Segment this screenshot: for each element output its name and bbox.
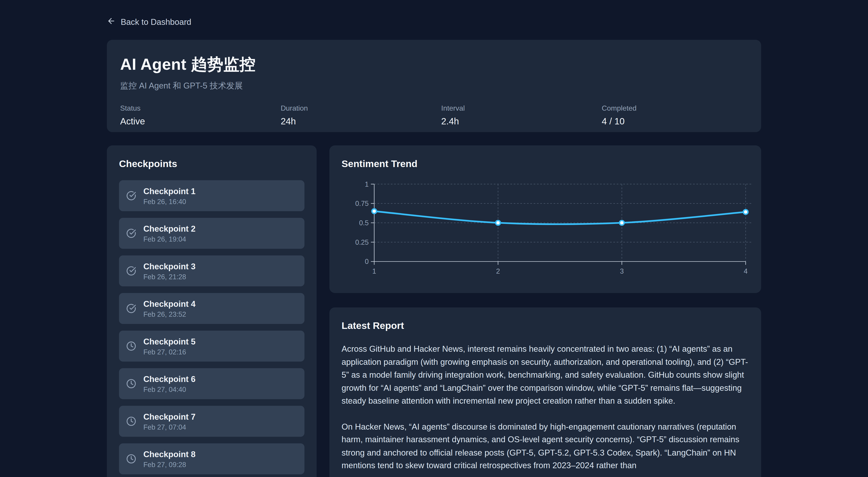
page-subtitle: 监控 AI Agent 和 GPT-5 技术发展 (120, 81, 748, 92)
stat-value: Active (120, 116, 281, 127)
page-title: AI Agent 趋势监控 (120, 54, 748, 76)
svg-text:0.5: 0.5 (359, 219, 369, 227)
checkpoint-time: Feb 26, 23:52 (143, 310, 195, 318)
clock-icon (126, 416, 136, 426)
stat-duration: Duration 24h (281, 104, 441, 127)
page: Back to Dashboard AI Agent 趋势监控 监控 AI Ag… (0, 0, 868, 477)
checkpoint-time: Feb 26, 21:28 (143, 273, 195, 281)
svg-text:0: 0 (365, 258, 369, 265)
report-paragraph: Across GitHub and Hacker News, interest … (342, 342, 749, 407)
clock-icon (126, 454, 136, 464)
checkpoint-time: Feb 27, 02:16 (143, 348, 195, 356)
checkpoint-item[interactable]: Checkpoint 7 Feb 27, 07:04 (119, 406, 305, 437)
checkpoint-name: Checkpoint 3 (143, 261, 195, 271)
checkpoint-time: Feb 27, 09:28 (143, 461, 195, 469)
checkpoint-text: Checkpoint 3 Feb 26, 21:28 (143, 261, 195, 281)
stat-label: Status (120, 104, 281, 112)
check-circle-icon (126, 191, 136, 201)
stat-label: Interval (441, 104, 602, 112)
svg-text:4: 4 (744, 267, 747, 275)
checkpoint-time: Feb 26, 19:04 (143, 235, 195, 243)
checkpoint-text: Checkpoint 6 Feb 27, 04:40 (143, 374, 195, 394)
svg-text:0.75: 0.75 (355, 200, 369, 207)
clock-icon (126, 341, 136, 351)
checkpoint-name: Checkpoint 5 (143, 336, 195, 346)
checkpoint-item[interactable]: Checkpoint 3 Feb 26, 21:28 (119, 255, 305, 286)
checkpoint-text: Checkpoint 5 Feb 27, 02:16 (143, 336, 195, 356)
stat-value: 4 / 10 (602, 116, 762, 127)
sentiment-panel: Sentiment Trend 00.250.50.7511234 (329, 145, 761, 293)
stat-completed: Completed 4 / 10 (602, 104, 762, 127)
clock-icon (126, 379, 136, 389)
checkpoint-item[interactable]: Checkpoint 6 Feb 27, 04:40 (119, 368, 305, 399)
stat-label: Completed (602, 104, 762, 112)
stat-value: 24h (281, 116, 441, 127)
checkpoint-name: Checkpoint 8 (143, 449, 195, 459)
stats-row: Status Active Duration 24h Interval 2.4h… (120, 104, 748, 127)
report-title: Latest Report (342, 320, 749, 332)
stat-interval: Interval 2.4h (441, 104, 602, 127)
checkpoint-item[interactable]: Checkpoint 2 Feb 26, 19:04 (119, 218, 305, 249)
header-card: AI Agent 趋势监控 监控 AI Agent 和 GPT-5 技术发展 S… (107, 40, 761, 132)
check-circle-icon (126, 266, 136, 276)
stat-status: Status Active (120, 104, 281, 127)
svg-text:3: 3 (620, 267, 624, 275)
checkpoint-item[interactable]: Checkpoint 8 Feb 27, 09:28 (119, 443, 305, 474)
back-to-dashboard-link[interactable]: Back to Dashboard (107, 16, 191, 27)
checkpoint-list: Checkpoint 1 Feb 26, 16:40 Checkpoint 2 … (119, 180, 305, 474)
check-circle-icon (126, 228, 136, 238)
checkpoint-name: Checkpoint 6 (143, 374, 195, 384)
checkpoint-name: Checkpoint 4 (143, 299, 195, 309)
checkpoint-name: Checkpoint 7 (143, 412, 195, 421)
check-circle-icon (126, 303, 136, 313)
back-link-label: Back to Dashboard (121, 17, 191, 27)
checkpoint-item[interactable]: Checkpoint 4 Feb 26, 23:52 (119, 293, 305, 324)
svg-text:0.25: 0.25 (355, 238, 369, 246)
sentiment-chart: 00.250.50.7511234 (329, 176, 761, 287)
checkpoint-time: Feb 26, 16:40 (143, 198, 195, 205)
report-body: Across GitHub and Hacker News, interest … (342, 342, 749, 472)
report-panel: Latest Report Across GitHub and Hacker N… (329, 307, 761, 477)
arrow-left-icon (107, 16, 116, 27)
checkpoint-item[interactable]: Checkpoint 5 Feb 27, 02:16 (119, 331, 305, 362)
svg-text:1: 1 (372, 267, 376, 275)
checkpoint-name: Checkpoint 1 (143, 186, 195, 196)
checkpoint-text: Checkpoint 1 Feb 26, 16:40 (143, 186, 195, 205)
stat-label: Duration (281, 104, 441, 112)
checkpoint-text: Checkpoint 7 Feb 27, 07:04 (143, 412, 195, 431)
sentiment-title: Sentiment Trend (342, 158, 749, 170)
checkpoint-time: Feb 27, 07:04 (143, 423, 195, 431)
stat-value: 2.4h (441, 116, 602, 127)
svg-text:1: 1 (365, 180, 369, 188)
checkpoints-panel: Checkpoints Checkpoint 1 Feb 26, 16:40 C… (107, 145, 317, 477)
checkpoints-title: Checkpoints (119, 158, 305, 170)
checkpoint-item[interactable]: Checkpoint 1 Feb 26, 16:40 (119, 180, 305, 211)
checkpoint-time: Feb 27, 04:40 (143, 385, 195, 393)
checkpoint-text: Checkpoint 8 Feb 27, 09:28 (143, 449, 195, 469)
checkpoint-text: Checkpoint 2 Feb 26, 19:04 (143, 224, 195, 243)
svg-text:2: 2 (496, 267, 500, 275)
checkpoint-text: Checkpoint 4 Feb 26, 23:52 (143, 299, 195, 318)
report-paragraph: On Hacker News, “AI agents” discourse is… (342, 420, 749, 472)
checkpoint-name: Checkpoint 2 (143, 224, 195, 234)
